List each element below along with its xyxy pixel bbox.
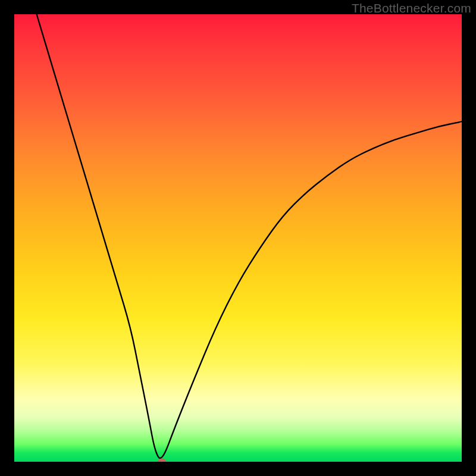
watermark-text: TheBottlenecker.com [352,1,471,15]
bottleneck-curve [37,14,462,458]
curve-svg [14,14,462,462]
plot-area [14,14,462,462]
chart-frame: TheBottlenecker.com [0,0,476,476]
optimal-point-marker [158,459,166,462]
